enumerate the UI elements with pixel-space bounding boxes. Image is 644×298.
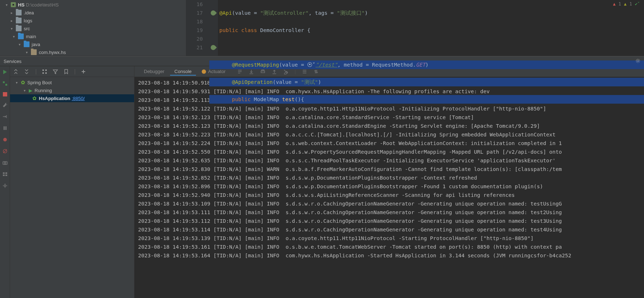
expand-all-icon[interactable] <box>14 69 19 74</box>
list-icon[interactable] <box>302 69 307 74</box>
svg-point-5 <box>3 138 7 141</box>
print-icon[interactable] <box>260 69 266 74</box>
svg-rect-12 <box>5 175 7 176</box>
wrench-icon[interactable] <box>2 102 8 108</box>
collapse-all-icon[interactable] <box>24 69 30 74</box>
project-icon: ■ <box>11 2 16 7</box>
service-label: Running <box>35 88 52 93</box>
tree-label: main <box>26 34 36 39</box>
editor-area: ▾ ■ HS D:\code\test\HS ▸.idea▸logs▾src▾m… <box>0 0 644 56</box>
service-node-spring-boot[interactable]: ▾✿Spring Boot <box>10 78 134 86</box>
settings-icon[interactable] <box>2 183 8 189</box>
project-path: D:\code\test\HS <box>26 2 59 8</box>
source-folder-icon <box>18 33 24 39</box>
tree-label: java <box>32 42 40 47</box>
tree-label: .idea <box>24 10 34 15</box>
svg-point-13 <box>4 185 6 187</box>
gutter-icons <box>209 0 218 56</box>
step-over-icon[interactable] <box>2 114 8 119</box>
service-node-running[interactable]: ▾▶Running <box>10 86 134 94</box>
tab-debugger[interactable]: Debugger <box>140 67 169 76</box>
svg-rect-3 <box>4 126 5 130</box>
chevron-down-icon: ▾ <box>13 35 17 39</box>
chevron-down-icon: ▾ <box>11 27 14 31</box>
folder-icon <box>16 18 22 23</box>
breakpoint-icon[interactable] <box>2 137 8 143</box>
code-lines[interactable]: @Api(value = "测试Controller", tags = "测试接… <box>218 0 644 56</box>
project-name: HS <box>18 2 24 8</box>
rerun-icon[interactable] <box>2 69 8 75</box>
spring-boot-icon: ✿ <box>32 95 37 101</box>
svg-point-0 <box>637 60 639 62</box>
bookmark-icon[interactable] <box>63 69 69 74</box>
chevron-down-icon: ▾ <box>6 3 9 7</box>
project-tree[interactable]: ▾ ■ HS D:\code\test\HS ▸.idea▸logs▾src▾m… <box>0 0 186 56</box>
upload-icon[interactable] <box>271 69 277 74</box>
services-tree[interactable]: ▾✿Spring Boot▾▶Running✿HsApplication:885… <box>10 77 134 298</box>
console-line: 2023-08-18 14:19:52.830 [TID:N/A] [main]… <box>138 165 640 173</box>
tree-node-main[interactable]: ▾main <box>0 32 186 40</box>
service-label: Spring Boot <box>27 80 52 85</box>
project-root-node[interactable]: ▾ ■ HS D:\code\test\HS <box>0 1 186 9</box>
gutter-line-numbers: 16 17 18 19 20 21 <box>186 0 209 56</box>
console-line: 2023-08-18 14:19:53.139 [TID:N/A] [main]… <box>138 234 640 243</box>
folder-icon <box>16 10 22 15</box>
tree-node--idea[interactable]: ▸.idea <box>0 9 186 17</box>
error-badge-icon: ▲ <box>613 1 616 6</box>
svg-rect-1 <box>3 81 5 83</box>
filter-icon[interactable] <box>52 69 58 74</box>
chevron-down-icon: ▾ <box>16 81 19 85</box>
chevron-down-icon: ▾ <box>24 89 27 92</box>
run-tests-icon[interactable] <box>2 81 8 86</box>
camera-icon[interactable] <box>2 160 8 166</box>
layout-icon[interactable] <box>2 171 8 177</box>
scroll-to-end-icon[interactable] <box>248 69 254 74</box>
soft-wrap-icon[interactable] <box>237 69 243 74</box>
svg-rect-15 <box>42 72 44 74</box>
service-node-hsapplication[interactable]: ✿HsApplication:8850/ <box>10 94 134 102</box>
service-port-link[interactable]: :8850/ <box>72 96 85 101</box>
warning-badge-icon: ▲ <box>624 1 626 6</box>
svg-rect-9 <box>3 172 5 174</box>
tree-label: logs <box>24 18 32 23</box>
tree-node-com-hywx-hs[interactable]: ▾com.hywx.hs <box>0 48 186 56</box>
chevron-down-icon: ▾ <box>26 50 29 54</box>
inspection-badges[interactable]: ▲1 ▲1 ✔˅ <box>613 1 640 6</box>
running-icon: ▶ <box>29 88 32 93</box>
console-line: 2023-08-18 14:19:52.550 [TID:N/A] [main]… <box>138 148 640 156</box>
console-line: 2023-08-18 14:19:52.224 [TID:N/A] [main]… <box>138 139 640 148</box>
actuator-icon <box>202 69 206 74</box>
source-folder-icon <box>24 41 29 47</box>
services-gutter-actions <box>0 66 10 298</box>
console-line: 2023-08-18 14:19:53.161 [TID:N/A] [main]… <box>138 243 640 251</box>
tree-node-logs[interactable]: ▸logs <box>0 17 186 24</box>
pause-icon[interactable] <box>2 125 8 131</box>
mute-breakpoints-icon[interactable] <box>2 148 8 154</box>
services-tree-panel: | | ▾✿Spring Boot▾▶Running✿HsApplication… <box>10 66 134 298</box>
check-icon: ✔˅ <box>635 1 640 6</box>
chevron-right-icon: ▸ <box>11 19 14 23</box>
code-editor[interactable]: 16 17 18 19 20 21 @Api(value = "测试Contro… <box>186 0 644 56</box>
console-line: 2023-08-18 14:19:53.112 [TID:N/A] [main]… <box>138 217 640 225</box>
chevron-right-icon: ▸ <box>11 11 14 15</box>
clear-icon[interactable] <box>283 69 289 74</box>
chevron-down-icon: ▾ <box>19 42 22 46</box>
spring-boot-icon: ✿ <box>21 80 25 85</box>
services-title: Services <box>4 59 22 64</box>
spring-leaf-icon <box>210 9 217 17</box>
console-line: 2023-08-18 14:19:52.223 [TID:N/A] [main]… <box>138 130 640 139</box>
svg-rect-14 <box>42 69 44 71</box>
console-line: 2023-08-18 14:19:52.940 [TID:N/A] [main]… <box>138 191 640 199</box>
console-line: 2023-08-18 14:19:52.635 [TID:N/A] [main]… <box>138 156 640 165</box>
diff-icon[interactable] <box>313 69 319 74</box>
add-icon[interactable] <box>81 69 86 74</box>
tree-node-java[interactable]: ▾java <box>0 40 186 48</box>
svg-point-8 <box>4 162 6 164</box>
tree-node-src[interactable]: ▾src <box>0 24 186 32</box>
spring-leaf-icon <box>210 44 217 51</box>
stop-icon[interactable] <box>3 92 7 96</box>
tab-console[interactable]: Console <box>170 67 196 76</box>
grid-icon[interactable] <box>42 69 47 74</box>
svg-rect-10 <box>5 172 7 174</box>
console-line: 2023-08-18 14:19:53.114 [TID:N/A] [main]… <box>138 225 640 234</box>
